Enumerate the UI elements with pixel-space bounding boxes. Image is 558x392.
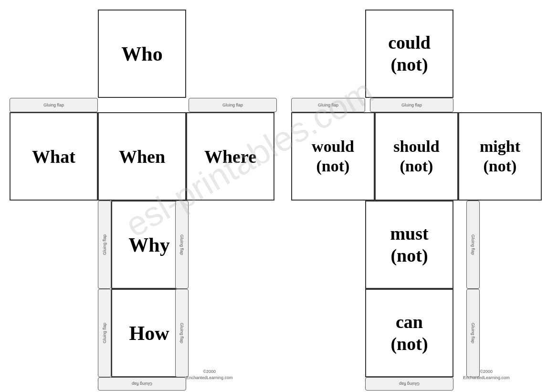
must-label: must(not) (390, 223, 428, 266)
when-label: When (119, 146, 165, 167)
glue-row-right: Gluing flap Gluing flap (291, 98, 554, 112)
face-when: When (98, 112, 186, 201)
face-must: must(not) (365, 201, 453, 289)
page: esl-printables.com Who Gluing flap Gluin… (0, 0, 558, 392)
glue-side-can-right: Gluing flap (466, 289, 480, 377)
face-might: might(not) (458, 112, 542, 201)
how-section: Gluing flap How Gluing flap (10, 289, 277, 377)
face-would: would(not) (291, 112, 375, 201)
face-could: could(not) (365, 10, 453, 98)
would-label: would(not) (312, 137, 354, 176)
copyright-right: ©2000EnchantedLearning.com (463, 369, 510, 381)
glue-row-left: Gluing flap Gluing flap (10, 98, 277, 112)
glue-side-how-right: Gluing flap (175, 289, 189, 377)
who-label: Who (121, 42, 162, 65)
face-row-right: would(not) should(not) might(not) (291, 112, 554, 201)
glue-side-how-left: Gluing flap (98, 289, 111, 377)
glue-flap-right-2: Gluing flap (370, 98, 453, 112)
face-should: should(not) (375, 112, 458, 201)
glue-bottom-left: Gluing flap (98, 377, 186, 391)
must-section: Gluing flap must(not) Gluing flap (291, 201, 554, 289)
glue-flap-right-1: Gluing flap (291, 98, 365, 112)
how-label: How (129, 322, 169, 345)
face-can: can(not) (365, 289, 453, 377)
face-who: Who (98, 10, 186, 98)
why-label: Why (128, 233, 169, 256)
glue-side-why-right: Gluing flap (175, 201, 189, 289)
face-what: What (10, 112, 98, 201)
glue-flap-left-1: Gluing flap (10, 98, 98, 112)
copyright-left: ©2000EnchantedLearning.com (186, 369, 233, 381)
face-row-left: What When Where (10, 112, 277, 201)
can-section: Gluing flap can(not) Gluing flap (291, 289, 554, 377)
could-label: could(not) (388, 32, 431, 75)
face-where: Where (186, 112, 274, 201)
glue-flap-left-2: Gluing flap (189, 98, 277, 112)
glue-side-must-right: Gluing flap (466, 201, 480, 289)
glue-bottom-right: Gluing flap (365, 377, 453, 391)
why-section: Gluing flap Why Gluing flap (10, 201, 277, 289)
might-label: might(not) (480, 137, 520, 176)
what-label: What (32, 146, 75, 167)
glue-side-why-left: Gluing flap (98, 201, 111, 289)
should-label: should(not) (393, 137, 439, 176)
where-label: Where (204, 146, 256, 167)
can-label: can(not) (390, 311, 428, 355)
